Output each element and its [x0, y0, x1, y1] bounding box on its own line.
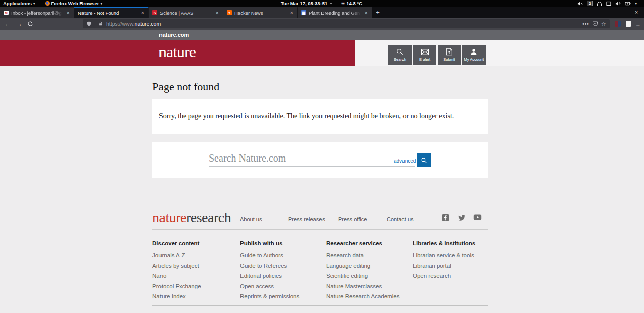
firefox-menu-label: Firefox Web Browser	[51, 1, 99, 6]
hackernews-icon: Y	[227, 10, 232, 15]
footer-divider-bottom	[152, 305, 488, 306]
magnifier-icon	[396, 48, 404, 56]
close-icon[interactable]: ×	[364, 10, 368, 16]
search-field-wrap	[209, 150, 415, 167]
site-domain-label[interactable]: nature.com	[159, 32, 189, 38]
back-icon[interactable]: ←	[4, 21, 11, 27]
tab-title: Nature - Not Found	[78, 10, 138, 16]
footer-divider-top	[152, 229, 488, 230]
close-icon[interactable]: ×	[215, 10, 219, 16]
footer-item[interactable]: Nature Index	[152, 294, 238, 300]
footer-link-press-office[interactable]: Press office	[338, 216, 367, 222]
navigation-toolbar: ← → https://www.nature.com ••• ☆ ≡	[0, 18, 644, 30]
firefox-window-menu[interactable]: Firefox Web Browser ▾	[42, 0, 105, 7]
footer-item[interactable]: Nature Masterclasses	[326, 284, 412, 290]
battery-icon	[625, 1, 631, 6]
extension-people-icon[interactable]	[615, 21, 621, 27]
close-icon[interactable]: ×	[66, 10, 70, 16]
url-text[interactable]: https://www.nature.com	[106, 21, 161, 27]
submit-button[interactable]: Submit	[438, 45, 461, 65]
url-bar[interactable]: https://www.nature.com ••• ☆	[83, 19, 610, 28]
footer-item[interactable]: Editorial policies	[240, 273, 326, 279]
footer-item[interactable]: Nano	[152, 273, 238, 279]
advanced-search-link[interactable]: advanced	[394, 158, 416, 164]
clock-text: Tue Mar 17, 08:33:51	[281, 1, 327, 6]
temperature-text: 14.8 °C	[346, 1, 362, 6]
site-header-buttons: Search E-alert Submit My Account	[388, 45, 486, 65]
twitter-icon[interactable]	[457, 214, 466, 221]
page-actions-icon[interactable]: •••	[582, 21, 589, 27]
caret-down-icon: ▾	[635, 2, 637, 6]
audio-muted-icon	[577, 1, 583, 6]
footer-item[interactable]: Language editing	[326, 263, 412, 269]
search-input[interactable]	[209, 150, 415, 166]
tab-hacker-news[interactable]: Y Hacker News ×	[223, 7, 298, 18]
footer-link-press-releases[interactable]: Press releases	[288, 216, 325, 222]
maximize-button[interactable]	[623, 11, 626, 14]
notification-dot-icon	[330, 3, 332, 4]
footer-item[interactable]: Research data	[326, 253, 412, 259]
volume-icon	[615, 1, 621, 6]
forward-icon[interactable]: →	[16, 21, 22, 27]
my-account-button[interactable]: My Account	[462, 45, 486, 65]
footer-item[interactable]: Librarian service & tools	[413, 253, 498, 259]
close-icon[interactable]: ×	[290, 10, 294, 16]
url-separator	[95, 21, 95, 27]
hamburger-menu-icon[interactable]: ≡	[636, 20, 640, 28]
footer-item[interactable]: Protocol Exchange	[152, 284, 238, 290]
search-submit-button[interactable]	[417, 153, 431, 167]
footer-link-about-us[interactable]: About us	[240, 216, 262, 222]
footer-link-contact-us[interactable]: Contact us	[387, 216, 414, 222]
my-account-button-label: My Account	[464, 57, 484, 62]
caret-down-icon: ▾	[100, 2, 102, 6]
reload-icon[interactable]	[27, 21, 33, 27]
new-tab-button[interactable]: +	[372, 7, 383, 18]
footer-column-discover: Discover content Journals A-Z Articles b…	[152, 240, 238, 304]
footer-item[interactable]: Scientific editing	[326, 273, 412, 279]
tab-plant-breeding[interactable]: ▦ Plant Breeding and Gen ×	[298, 7, 372, 18]
youtube-icon[interactable]	[473, 214, 482, 221]
search-button[interactable]: Search	[388, 45, 412, 65]
footer-item[interactable]: Open research	[413, 273, 498, 279]
spreadsheet-icon: ▦	[301, 10, 306, 15]
footer-item[interactable]: Guide to Authors	[240, 253, 326, 259]
firefox-icon	[45, 1, 50, 6]
tab-nature-not-found[interactable]: Nature - Not Found ×	[74, 7, 149, 18]
nature-research-logo[interactable]: natureresearch	[152, 210, 231, 226]
footer-item[interactable]: Guide to Referees	[240, 263, 326, 269]
science-icon: S	[152, 10, 157, 15]
sun-icon: ☀	[341, 1, 345, 6]
footer-column-researcher: Researcher services Research data Langua…	[326, 240, 412, 304]
close-icon[interactable]: ×	[141, 10, 145, 16]
extension-page-icon[interactable]	[626, 21, 631, 27]
headphones-icon	[597, 1, 602, 6]
gmail-icon: M	[4, 11, 9, 15]
site-header-banner: nature	[0, 40, 355, 66]
tracking-shield-icon[interactable]	[86, 21, 92, 27]
weather-widget: ☀ 14.8 °C	[341, 1, 362, 6]
applications-menu[interactable]: Applications ▾	[0, 0, 38, 7]
system-status-area[interactable]: 2 ▾	[577, 0, 637, 7]
close-window-button[interactable]: ×	[635, 10, 638, 15]
tab-title: Science | AAAS	[160, 10, 213, 16]
applications-menu-label: Applications	[3, 1, 32, 6]
minimize-button[interactable]: –	[612, 10, 615, 15]
bookmark-star-icon[interactable]: ☆	[601, 21, 606, 27]
facebook-icon[interactable]	[442, 214, 449, 221]
footer-column-heading: Discover content	[152, 240, 238, 246]
brand-nature: nature	[152, 210, 186, 225]
lock-icon[interactable]	[98, 21, 103, 27]
footer-item[interactable]: Nature Research Academies	[326, 294, 412, 300]
tab-inbox[interactable]: M Inbox - jeffersonparil@g ×	[0, 7, 74, 18]
footer-item[interactable]: Open access	[240, 284, 326, 290]
e-alert-button[interactable]: E-alert	[413, 45, 436, 65]
footer-item[interactable]: Journals A-Z	[152, 253, 238, 259]
display-icon	[606, 1, 611, 6]
footer-item[interactable]: Reprints & permissions	[240, 294, 326, 300]
nature-logo[interactable]: nature	[158, 43, 196, 61]
clock-widget[interactable]: Tue Mar 17, 08:33:51 ☀ 14.8 °C	[281, 0, 362, 7]
pocket-icon[interactable]	[592, 21, 598, 27]
footer-item[interactable]: Articles by subject	[152, 263, 238, 269]
footer-item[interactable]: Librarian portal	[413, 263, 498, 269]
tab-science-aaas[interactable]: S Science | AAAS ×	[149, 7, 223, 18]
